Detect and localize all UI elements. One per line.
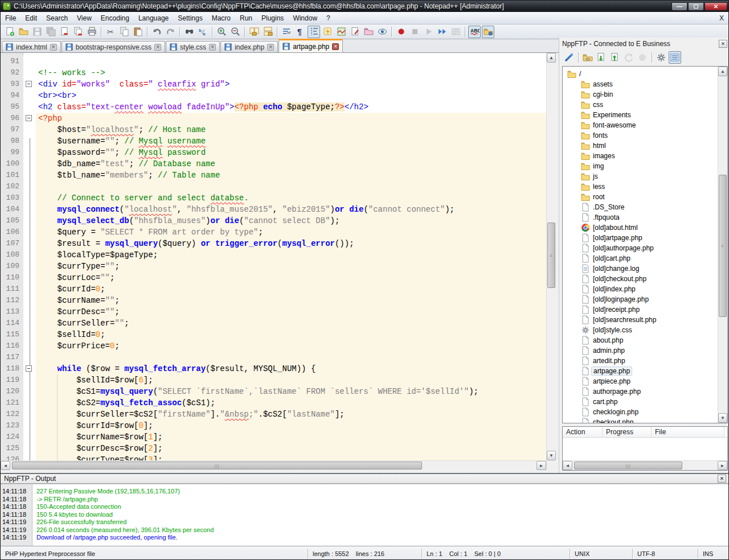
tree-item-oldindex.php[interactable]: [old]index.php	[581, 284, 636, 294]
editor-vertical-scrollbar[interactable]: ▲ ≡ ▼	[546, 53, 556, 470]
output-panel-close-icon[interactable]: ✕	[718, 475, 726, 483]
sync-vertical-icon[interactable]	[248, 26, 260, 38]
tree-item-cart.php[interactable]: cart.php	[581, 397, 617, 407]
fold-collapse-icon[interactable]	[23, 79, 36, 90]
editor-hscroll-thumb[interactable]: |||	[12, 462, 422, 470]
show-all-characters-icon[interactable]: ¶	[294, 26, 306, 38]
tree-item-.DS_Store[interactable]: .DS_Store	[581, 202, 624, 212]
open-file-icon[interactable]	[17, 26, 30, 38]
tab-bootstrap-responsive.css[interactable]: bootstrap-responsive.css×	[62, 41, 165, 52]
tree-item-oldstyle.css[interactable]: [old]style.css	[581, 325, 632, 335]
tree-scroll-down-button[interactable]: ▼	[718, 413, 727, 423]
tree-vertical-scrollbar[interactable]: ▲ ≡ ▼	[718, 67, 727, 423]
tree-item-artedit.php[interactable]: artedit.php	[581, 356, 625, 366]
tab-style.css[interactable]: style.css×	[166, 41, 220, 52]
code-editor[interactable]: 9192<!-- works -->93<div id="works" clas…	[1, 53, 546, 460]
save-all-icon[interactable]	[44, 26, 57, 38]
tree-item-[interactable]: /	[567, 69, 581, 79]
ftp-cache-folder-icon[interactable]	[581, 51, 594, 64]
tree-item-js[interactable]: js	[581, 171, 598, 182]
tree-item-checkout.php[interactable]: checkout.php	[581, 417, 633, 423]
status-insert-mode[interactable]: INS	[698, 549, 729, 559]
tab-close-icon[interactable]: ×	[154, 44, 161, 51]
save-macro-icon[interactable]	[449, 26, 462, 38]
tree-item-assets[interactable]: assets	[581, 79, 613, 89]
remote-file-tree[interactable]: ▲ ≡ ▼ /assetscgi-bincssExperimentsfont-a…	[562, 66, 728, 423]
tree-scroll-up-button[interactable]: ▲	[718, 67, 727, 76]
tree-item-admin.php[interactable]: admin.php	[581, 345, 625, 356]
nppftp-panel-close-icon[interactable]: ✕	[719, 40, 727, 48]
tree-item-oldsearchresult.php[interactable]: [old]searchresult.php	[581, 315, 656, 325]
menu-item-file[interactable]: File	[1, 13, 21, 24]
menu-item-plugins[interactable]: Plugins	[257, 13, 288, 24]
undo-icon[interactable]	[150, 26, 163, 38]
document-map-icon[interactable]	[335, 26, 347, 38]
transfers-scroll-right-button[interactable]: ►	[718, 461, 727, 470]
menu-item-encoding[interactable]: Encoding	[96, 13, 134, 24]
fold-collapse-icon[interactable]	[23, 363, 36, 374]
tree-item-oldchange.log[interactable]: [old]change.log	[581, 263, 639, 274]
cut-icon[interactable]: ✂	[104, 26, 117, 38]
menu-item-view[interactable]: View	[72, 13, 96, 24]
file-monitoring-icon[interactable]	[376, 26, 388, 38]
tree-item-font-awesome[interactable]: font-awesome	[581, 120, 636, 130]
zoom-in-icon[interactable]	[215, 26, 228, 38]
print-icon[interactable]	[85, 26, 98, 38]
tab-close-icon[interactable]: ×	[267, 44, 274, 51]
close-all-icon[interactable]	[72, 26, 84, 38]
editor-vscroll-thumb[interactable]: ≡	[547, 223, 555, 288]
transfers-column-progress[interactable]: Progress	[603, 427, 652, 437]
tree-item-oldreceipt.php[interactable]: [old]receipt.php	[581, 304, 640, 315]
menu-item-[interactable]: ?	[322, 13, 335, 24]
ftp-messages-toggle-icon[interactable]	[669, 51, 681, 64]
tree-item-img[interactable]: img	[581, 161, 604, 171]
tree-item-oldcart.php[interactable]: [old]cart.php	[581, 253, 630, 263]
tree-item-oldartpage.php[interactable]: [old]artpage.php	[581, 233, 642, 243]
scroll-down-button[interactable]: ▼	[547, 451, 556, 460]
ftp-refresh-icon[interactable]	[622, 51, 635, 64]
folder-as-workspace-icon[interactable]	[362, 26, 375, 38]
ftp-upload-icon[interactable]	[609, 51, 621, 64]
nppftp-show-icon[interactable]	[482, 26, 494, 38]
tree-item-artpage.php[interactable]: artpage.php	[581, 366, 632, 376]
minimize-button[interactable]: —	[671, 2, 687, 11]
word-wrap-icon[interactable]	[280, 26, 293, 38]
tree-item-cgi-bin[interactable]: cgi-bin	[581, 89, 613, 100]
record-macro-icon[interactable]	[395, 26, 407, 38]
transfers-horizontal-scrollbar[interactable]: ◄ ||| ►	[563, 460, 727, 470]
scroll-left-button[interactable]: ◄	[1, 461, 10, 470]
tab-close-icon[interactable]: ×	[209, 44, 216, 51]
scroll-right-button[interactable]: ►	[536, 461, 546, 470]
tree-item-checklogin.php[interactable]: checklogin.php	[581, 407, 638, 417]
tree-item-html[interactable]: html	[581, 141, 606, 151]
output-console[interactable]: 14:11:18227 Entering Passive Mode (192,1…	[1, 484, 729, 546]
transfers-scroll-left-button[interactable]: ◄	[563, 461, 572, 470]
zoom-out-icon[interactable]	[229, 26, 241, 38]
status-encoding[interactable]: UTF-8	[633, 549, 698, 559]
indent-guide-icon[interactable]	[308, 26, 320, 38]
restore-button[interactable]	[688, 2, 704, 11]
spell-check-icon[interactable]: ABC	[468, 26, 481, 38]
copy-icon[interactable]	[118, 26, 130, 38]
fold-collapse-icon[interactable]	[23, 113, 36, 124]
redo-icon[interactable]	[164, 26, 177, 38]
menu-item-language[interactable]: Language	[134, 13, 173, 24]
close-button[interactable]: ✕	[705, 2, 727, 11]
new-file-icon[interactable]	[3, 26, 16, 38]
transfers-column-action[interactable]: Action	[563, 427, 603, 437]
paste-icon[interactable]	[132, 26, 144, 38]
tree-item-oldauthorpage.php[interactable]: [old]authorpage.php	[581, 243, 654, 253]
menu-item-settings[interactable]: Settings	[173, 13, 207, 24]
tree-item-oldabout.html[interactable]: [old]about.html	[581, 223, 638, 233]
status-eol-format[interactable]: UNIX	[570, 549, 633, 559]
ftp-abort-icon[interactable]	[636, 51, 649, 64]
tab-artpage.php[interactable]: artpage.php×	[279, 39, 343, 52]
menu-item-window[interactable]: Window	[288, 13, 322, 24]
ftp-settings-gear-icon[interactable]	[655, 51, 667, 64]
find-icon[interactable]	[183, 26, 195, 38]
menu-item-macro[interactable]: Macro	[207, 13, 235, 24]
tab-close-icon[interactable]: ×	[50, 44, 57, 51]
tree-vscroll-thumb[interactable]: ≡	[719, 175, 727, 317]
transfers-hscroll-thumb[interactable]: |||	[574, 462, 682, 470]
menubar-close-button[interactable]: X	[714, 14, 729, 22]
